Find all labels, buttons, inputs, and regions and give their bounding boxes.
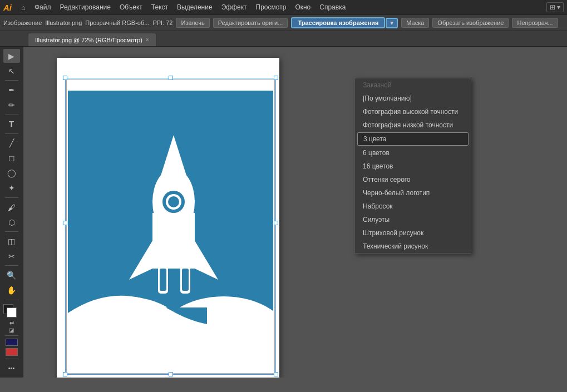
dropdown-item-low-photo[interactable]: Фотография низкой точности	[355, 118, 471, 132]
brush-tool[interactable]: 🖌	[3, 200, 20, 214]
handle-top-mid[interactable]	[169, 76, 173, 80]
fill-stroke-colors[interactable]	[3, 304, 20, 318]
eraser-tool[interactable]: ◫	[3, 234, 20, 248]
pencil-tool[interactable]: ✏	[3, 98, 20, 112]
menu-text[interactable]: Текст	[147, 2, 172, 12]
fill-color-swatch[interactable]	[6, 339, 18, 346]
menu-file[interactable]: Файл	[31, 2, 55, 12]
tab-close-button[interactable]: ×	[146, 37, 149, 43]
handle-bottom-mid[interactable]	[169, 372, 173, 376]
hand-tool[interactable]: ✋	[3, 283, 20, 297]
tool-separator-3	[5, 133, 18, 134]
dropdown-item-6colors[interactable]: 6 цветов	[355, 146, 471, 160]
dropdown-item-bw-logo[interactable]: Черно-белый логотип	[355, 186, 471, 200]
ellipse-tool[interactable]: ◯	[3, 166, 20, 180]
home-icon[interactable]: ⌂	[17, 1, 29, 13]
handle-top-left[interactable]	[63, 76, 67, 80]
canvas-area: Заказной [По умолчанию] Фотография высок…	[23, 47, 567, 378]
dropdown-item-default[interactable]: [По умолчанию]	[355, 92, 471, 105]
dropdown-item-grayscale[interactable]: Оттенки серого	[355, 173, 471, 186]
tool-separator-2	[5, 115, 18, 115]
image-label: Изображение	[3, 19, 42, 26]
menu-help[interactable]: Справка	[315, 2, 349, 12]
more-tools[interactable]: •••	[3, 361, 20, 375]
main-area: ▶ ↖ ✒ ✏ T ╱ ◻ ◯ ✦ 🖌 ⬡ ◫ ✂ 🔍 ✋ ⇄ ◪ •••	[0, 47, 567, 378]
rocket-svg	[68, 91, 273, 349]
svg-marker-10	[195, 241, 218, 280]
workspace-switcher[interactable]: ⊞ ▾	[546, 2, 564, 12]
trace-dropdown-arrow[interactable]: ▼	[386, 18, 398, 28]
image-container[interactable]	[65, 68, 277, 376]
dropdown-title: Заказной	[355, 78, 471, 92]
image-inner	[68, 91, 273, 349]
opacity-button[interactable]: Непрозрач...	[512, 18, 558, 28]
dropdown-item-high-photo[interactable]: Фотография высокой точности	[355, 105, 471, 118]
star-tool[interactable]: ✦	[3, 181, 20, 195]
extract-button[interactable]: Извлечь	[176, 18, 209, 28]
properties-bar: Изображение Illustrator.png Прозрачный R…	[0, 14, 567, 31]
crop-button[interactable]: Обрезать изображение	[432, 18, 509, 28]
file-name-label: Illustrator.png	[45, 19, 82, 26]
line-tool[interactable]: ╱	[3, 136, 20, 150]
svg-rect-14	[182, 269, 189, 291]
image-frame	[66, 79, 275, 374]
dropdown-item-technical[interactable]: Технический рисунок	[355, 240, 471, 253]
tool-separator-6	[5, 265, 18, 266]
dropdown-item-3colors[interactable]: 3 цвета	[357, 132, 469, 146]
stroke-color-swatch[interactable]	[6, 348, 18, 356]
trace-image-button[interactable]: Трассировка изображения	[291, 17, 385, 28]
select-tool[interactable]: ▶	[3, 49, 20, 63]
menu-edit[interactable]: Редактирование	[56, 2, 115, 12]
dropdown-item-16colors[interactable]: 16 цветов	[355, 160, 471, 173]
tab-illustrator[interactable]: Illustrator.png @ 72% (RGB/Просмотр) ×	[28, 33, 156, 46]
handle-bottom-left[interactable]	[63, 372, 67, 376]
svg-rect-13	[160, 269, 166, 291]
mask-button[interactable]: Маска	[401, 18, 429, 28]
blob-brush-tool[interactable]: ⬡	[3, 215, 20, 229]
toolbar: ▶ ↖ ✒ ✏ T ╱ ◻ ◯ ✦ 🖌 ⬡ ◫ ✂ 🔍 ✋ ⇄ ◪ •••	[0, 47, 23, 378]
pen-tool[interactable]: ✒	[3, 83, 20, 97]
type-tool[interactable]: T	[3, 117, 20, 131]
tab-label: Illustrator.png @ 72% (RGB/Просмотр)	[35, 37, 142, 43]
ppi-label: PPI: 72	[152, 19, 172, 26]
menu-window[interactable]: Окно	[291, 2, 314, 12]
handle-mid-right[interactable]	[274, 221, 278, 225]
dropdown-item-line-art[interactable]: Штриховой рисунок	[355, 226, 471, 240]
swap-colors-icon[interactable]: ⇄	[9, 320, 14, 326]
color-mode-label: Прозрачный RGB-об...	[85, 19, 149, 26]
svg-rect-8	[152, 213, 195, 269]
tool-separator-8	[5, 335, 18, 336]
tool-separator-7	[5, 300, 18, 300]
menu-select[interactable]: Выделение	[173, 2, 216, 12]
edit-original-button[interactable]: Редактировать ориги...	[213, 18, 288, 28]
app-logo: Ai	[3, 3, 12, 12]
default-colors-icon[interactable]: ◪	[9, 327, 14, 333]
menu-effect[interactable]: Эффект	[218, 2, 251, 12]
tab-bar: Illustrator.png @ 72% (RGB/Просмотр) ×	[0, 31, 567, 47]
tool-separator-5	[5, 231, 18, 232]
menu-object[interactable]: Объект	[116, 2, 146, 12]
handle-mid-left[interactable]	[63, 221, 67, 225]
shape-tool[interactable]: ◻	[3, 151, 20, 165]
zoom-tool[interactable]: 🔍	[3, 268, 20, 282]
handle-top-right[interactable]	[274, 76, 278, 80]
svg-marker-9	[129, 241, 152, 280]
handle-bottom-right[interactable]	[274, 372, 278, 376]
dropdown-item-sketch[interactable]: Набросок	[355, 200, 471, 213]
tool-separator-4	[5, 197, 18, 198]
menu-view[interactable]: Просмотр	[252, 2, 290, 12]
trace-dropdown-menu: Заказной [По умолчанию] Фотография высок…	[354, 78, 471, 254]
scissors-tool[interactable]: ✂	[3, 249, 20, 263]
dropdown-item-silhouettes[interactable]: Силуэты	[355, 213, 471, 226]
menu-bar: Ai ⌂ Файл Редактирование Объект Текст Вы…	[0, 0, 567, 14]
direct-select-tool[interactable]: ↖	[3, 64, 20, 78]
svg-point-7	[168, 196, 179, 207]
tool-separator-1	[5, 80, 18, 81]
tool-separator-9	[5, 359, 18, 359]
